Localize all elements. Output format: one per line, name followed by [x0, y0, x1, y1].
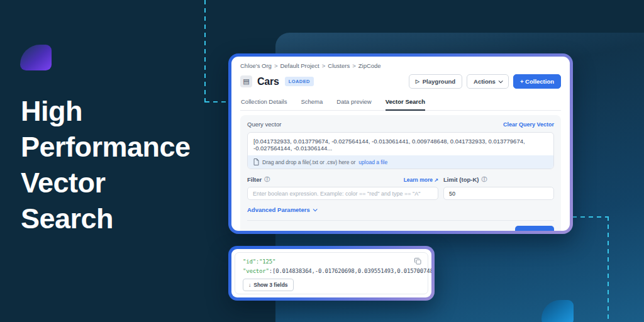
- chevron-down-icon: [313, 207, 317, 211]
- breadcrumb-org[interactable]: Chloe's Org: [240, 62, 272, 69]
- actions-button[interactable]: Actions: [467, 74, 509, 89]
- result-entity-panel: "id":"125" "vector":[0.014838364,-0.0176…: [235, 252, 428, 294]
- playground-button-label: Playground: [423, 78, 455, 85]
- limit-label: Limit (top-K): [443, 176, 479, 183]
- breadcrumb-clusters[interactable]: Clusters: [328, 62, 350, 69]
- breadcrumb-project[interactable]: Default Project: [280, 62, 319, 69]
- playground-button[interactable]: ▷ Playground: [409, 74, 462, 89]
- actions-button-label: Actions: [474, 78, 496, 85]
- status-badge: LOADED: [285, 77, 314, 86]
- reset-button[interactable]: Reset: [489, 230, 505, 231]
- decor-purple-leaf-shape: [20, 45, 52, 70]
- decor-dashed-line-right-vertical: [608, 216, 609, 322]
- result-id-value: "id":"125": [243, 258, 275, 265]
- console-card: Chloe's Org > Default Project > Clusters…: [228, 53, 573, 234]
- result-vector-key: "vector": [243, 268, 269, 274]
- collection-icon: ▤: [240, 75, 252, 87]
- external-link-icon: ↗: [434, 177, 438, 183]
- collection-title-row: ▤ Cars LOADED ▷ Playground Actions + Col…: [240, 74, 561, 89]
- hero-headline: High Performance Vector Search: [21, 93, 235, 236]
- advanced-parameters-toggle[interactable]: Advanced Parameters: [247, 206, 316, 213]
- filter-info-icon[interactable]: ⓘ: [264, 175, 270, 184]
- arrow-down-icon: ↓: [248, 282, 251, 288]
- result-vector-line: "vector":[0.014838364,-0.017620698,0.039…: [243, 268, 420, 274]
- query-vector-input[interactable]: [0.041732933, 0.013779674, -0.027564144,…: [248, 133, 553, 155]
- add-collection-label: + Collection: [520, 78, 554, 85]
- search-button[interactable]: Search: [515, 226, 554, 231]
- copy-icon[interactable]: [414, 258, 421, 265]
- drop-zone-text: Drag and drop a file(.txt or .csv) here …: [262, 159, 355, 165]
- breadcrumb-separator: >: [322, 62, 326, 69]
- breadcrumb: Chloe's Org > Default Project > Clusters…: [240, 62, 561, 69]
- result-id-line: "id":"125": [243, 258, 420, 265]
- search-result-card: "id":"125" "vector":[0.014838364,-0.0176…: [228, 246, 435, 301]
- tab-collection-details[interactable]: Collection Details: [241, 94, 287, 110]
- search-footer: Reset Search: [247, 220, 554, 231]
- breadcrumb-cluster-name[interactable]: ZipCode: [358, 62, 381, 69]
- breadcrumb-separator: >: [274, 62, 278, 69]
- learn-more-label: Learn more: [404, 177, 433, 183]
- chevron-down-icon: [499, 79, 503, 83]
- breadcrumb-separator: >: [352, 62, 356, 69]
- show-fields-button[interactable]: ↓ Show 3 fields: [243, 279, 294, 291]
- file-drop-zone[interactable]: Drag and drop a file(.txt or .csv) here …: [248, 155, 553, 169]
- add-collection-button[interactable]: + Collection: [513, 74, 561, 89]
- advanced-parameters-label: Advanced Parameters: [247, 206, 310, 213]
- tab-schema[interactable]: Schema: [301, 94, 323, 110]
- file-icon: [253, 158, 259, 165]
- toolbar: ▷ Playground Actions + Collection: [409, 74, 561, 89]
- tab-data-preview[interactable]: Data preview: [336, 94, 371, 110]
- play-icon: ▷: [416, 79, 419, 84]
- filter-label: Filter: [247, 176, 262, 183]
- learn-more-link[interactable]: Learn more ↗: [404, 177, 438, 183]
- decor-dashed-line-left-vertical: [204, 0, 206, 103]
- tab-vector-search[interactable]: Vector Search: [386, 94, 425, 111]
- limit-input[interactable]: [443, 187, 554, 200]
- query-vector-box: [0.041732933, 0.013779674, -0.027564144,…: [247, 132, 554, 169]
- show-fields-label: Show 3 fields: [253, 282, 287, 288]
- vector-search-panel: Query vector Clear Query Vector [0.04173…: [240, 115, 561, 231]
- filter-input[interactable]: [247, 187, 438, 200]
- collection-name: Cars: [257, 76, 279, 87]
- limit-info-icon[interactable]: ⓘ: [481, 175, 487, 184]
- decor-dashed-line-right-horizontal: [572, 216, 609, 218]
- result-vector-values: :[0.014838364,-0.017620698,0.039551493,0…: [269, 268, 431, 274]
- clear-query-vector-link[interactable]: Clear Query Vector: [503, 121, 554, 128]
- query-vector-label: Query vector: [247, 121, 281, 128]
- tab-bar: Collection Details Schema Data preview V…: [240, 94, 561, 111]
- upload-file-link[interactable]: upload a file: [358, 159, 387, 165]
